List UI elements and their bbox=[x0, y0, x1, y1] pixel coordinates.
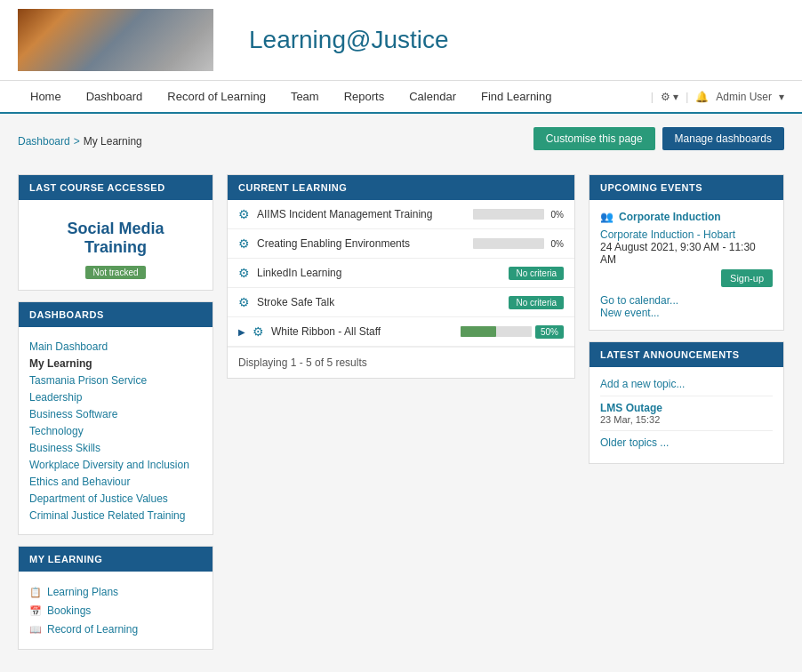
nav-find-learning[interactable]: Find Learning bbox=[469, 81, 565, 112]
customise-button[interactable]: Customise this page bbox=[533, 127, 655, 150]
event-category[interactable]: Corporate Induction bbox=[619, 211, 721, 223]
nav-team[interactable]: Team bbox=[278, 81, 332, 112]
not-tracked-badge: Not tracked bbox=[85, 266, 145, 279]
nav-separator: | bbox=[651, 91, 654, 103]
signup-button[interactable]: Sign-up bbox=[721, 269, 773, 287]
dashboard-link-business-skills[interactable]: Business Skills bbox=[29, 442, 100, 454]
upcoming-events-card: UPCOMING EVENTS 👥 Corporate Induction Co… bbox=[589, 174, 784, 331]
dashboard-link-justice-values[interactable]: Department of Justice Values bbox=[29, 492, 168, 505]
list-item: Business Skills bbox=[29, 439, 202, 456]
notifications-icon[interactable]: 🔔 bbox=[695, 91, 709, 103]
displaying-text: Displaying 1 - 5 of 5 results bbox=[228, 347, 574, 378]
course-icon-2: ⚙ bbox=[238, 236, 250, 251]
learning-plans-link[interactable]: Learning Plans bbox=[47, 586, 118, 598]
course-icon-4: ⚙ bbox=[238, 295, 250, 309]
last-course-card: Last Course Accessed Social Media Traini… bbox=[18, 174, 213, 291]
bookings-link[interactable]: Bookings bbox=[47, 604, 91, 617]
announcement-divider2 bbox=[600, 430, 773, 431]
nav-user-area: | ⚙ ▾ | 🔔 Admin User ▾ bbox=[651, 91, 784, 103]
add-topic-link[interactable]: Add a new topic... bbox=[600, 378, 773, 390]
list-item: Learning Plans bbox=[29, 582, 202, 601]
breadcrumb-separator: > bbox=[74, 135, 80, 148]
course-icon-1: ⚙ bbox=[238, 207, 250, 221]
dashboard-link-ethics[interactable]: Ethics and Behaviour bbox=[29, 476, 130, 488]
list-item: My Learning bbox=[29, 355, 202, 372]
announcements-body: Add a new topic... LMS Outage 23 Mar, 15… bbox=[589, 367, 783, 463]
event-name[interactable]: Corporate Induction - Hobart bbox=[600, 228, 773, 241]
dashboard-link-diversity[interactable]: Workplace Diversity and Inclusion bbox=[29, 459, 189, 471]
progress-label-1: 0% bbox=[551, 210, 564, 220]
list-item: Criminal Justice Related Training bbox=[29, 507, 202, 524]
user-dropdown-icon[interactable]: ▾ bbox=[779, 91, 784, 103]
course-name-1: AIIMS Incident Management Training bbox=[257, 208, 466, 220]
my-learning-links-list: Learning Plans Bookings Record of Learni… bbox=[29, 582, 202, 638]
table-row: ⚙ Stroke Safe Talk No criteria bbox=[228, 288, 574, 317]
announcement-title[interactable]: LMS Outage bbox=[600, 402, 773, 414]
last-course-body: Social Media Training Not tracked bbox=[19, 200, 213, 290]
course-name-3: LinkedIn Learning bbox=[257, 267, 501, 279]
dashboard-link-tas-prison[interactable]: Tasmania Prison Service bbox=[29, 374, 147, 387]
dashboard-link-leadership[interactable]: Leadership bbox=[29, 391, 82, 404]
manage-dashboards-button[interactable]: Manage dashboards bbox=[662, 127, 784, 150]
user-name: Admin User bbox=[716, 91, 772, 103]
play-icon-5: ▶ bbox=[238, 327, 245, 337]
progress-label-2: 0% bbox=[551, 239, 564, 249]
my-learning-body: Learning Plans Bookings Record of Learni… bbox=[19, 572, 213, 649]
list-item: Tasmania Prison Service bbox=[29, 372, 202, 388]
list-item: Workplace Diversity and Inclusion bbox=[29, 456, 202, 473]
announcement-divider bbox=[600, 396, 773, 396]
course-name-2: Creating Enabling Environments bbox=[257, 237, 466, 250]
last-course-header: Last Course Accessed bbox=[19, 175, 213, 200]
table-row: ⚙ LinkedIn Learning No criteria bbox=[228, 259, 574, 288]
calendar-links: Go to calendar... New event... bbox=[600, 294, 773, 319]
nav-calendar[interactable]: Calendar bbox=[397, 81, 469, 112]
right-column: UPCOMING EVENTS 👥 Corporate Induction Co… bbox=[589, 174, 784, 650]
last-course-name: Social Media Training bbox=[29, 211, 202, 266]
dashboard-link-business-software[interactable]: Business Software bbox=[29, 408, 117, 420]
dashboards-body: Main Dashboard My Learning Tasmania Pris… bbox=[19, 327, 213, 534]
list-item: Main Dashboard bbox=[29, 338, 202, 355]
upcoming-events-header: UPCOMING EVENTS bbox=[589, 175, 783, 200]
dashboard-link-technology[interactable]: Technology bbox=[29, 425, 84, 437]
course-name-4: Stroke Safe Talk bbox=[257, 296, 501, 308]
calendar-icon bbox=[29, 604, 42, 617]
go-to-calendar-link[interactable]: Go to calendar... bbox=[600, 294, 773, 307]
course-icon-3: ⚙ bbox=[238, 266, 250, 280]
event-name-row: Corporate Induction - Hobart 24 August 2… bbox=[600, 228, 773, 266]
nav-home[interactable]: Home bbox=[18, 81, 74, 112]
settings-icon[interactable]: ⚙ ▾ bbox=[661, 91, 678, 103]
list-item: Record of Learning bbox=[29, 620, 202, 638]
nav-dashboard[interactable]: Dashboard bbox=[74, 81, 156, 112]
announcements-header: LATEST ANNOUNCEMENTS bbox=[589, 342, 783, 367]
breadcrumb-parent[interactable]: Dashboard bbox=[18, 135, 70, 148]
older-topics-link[interactable]: Older topics ... bbox=[600, 436, 773, 449]
new-event-link[interactable]: New event... bbox=[600, 307, 773, 319]
dashboard-link-mylearning[interactable]: My Learning bbox=[29, 357, 92, 370]
no-criteria-badge-3: No criteria bbox=[509, 267, 564, 280]
table-row: ⚙ Creating Enabling Environments 0% bbox=[228, 229, 574, 259]
table-row: ▶ ⚙ White Ribbon - All Staff 50% bbox=[228, 317, 574, 347]
announcement-date: 23 Mar, 15:32 bbox=[600, 414, 773, 425]
nav-separator2: | bbox=[686, 91, 688, 103]
dashboards-header: Dashboards bbox=[19, 302, 213, 327]
center-column: CURRENT LEARNING ⚙ AIIMS Incident Manage… bbox=[227, 174, 575, 650]
table-row: ⚙ AIIMS Incident Management Training 0% bbox=[228, 200, 574, 229]
list-item: Leadership bbox=[29, 388, 202, 405]
progress-bg-2 bbox=[473, 238, 544, 249]
nav-record-of-learning[interactable]: Record of Learning bbox=[155, 81, 278, 112]
current-learning-card: CURRENT LEARNING ⚙ AIIMS Incident Manage… bbox=[227, 174, 575, 379]
header-image bbox=[18, 9, 213, 71]
event-date: 24 August 2021, 9:30 AM - 11:30 AM bbox=[600, 241, 773, 266]
progress-2: 0% bbox=[473, 238, 564, 249]
progress-bar-2 bbox=[473, 238, 544, 249]
record-of-learning-link[interactable]: Record of Learning bbox=[47, 623, 138, 636]
dashboard-link-criminal-justice[interactable]: Criminal Justice Related Training bbox=[29, 509, 185, 522]
course-icon-5: ⚙ bbox=[253, 324, 264, 339]
nav-reports[interactable]: Reports bbox=[332, 81, 397, 112]
dashboard-link-main[interactable]: Main Dashboard bbox=[29, 340, 108, 353]
current-learning-header: CURRENT LEARNING bbox=[228, 175, 574, 200]
page-header: Learning@Justice bbox=[0, 0, 802, 81]
progress-bar-1 bbox=[473, 209, 544, 220]
upcoming-events-body: 👥 Corporate Induction Corporate Inductio… bbox=[589, 200, 783, 330]
progress-bar-5 bbox=[461, 326, 532, 337]
